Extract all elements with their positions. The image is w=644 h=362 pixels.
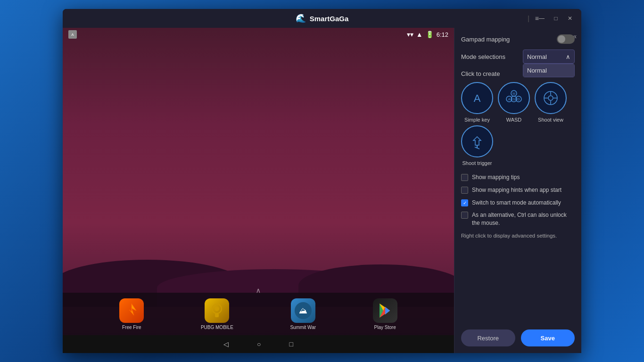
- freefire-label: Free Fire: [122, 325, 141, 330]
- mode-selections-row: Mode selections Normal ∧ Normal: [461, 49, 575, 64]
- create-icons-row: A Simple key W A: [461, 82, 575, 123]
- svg-text:S: S: [513, 98, 515, 101]
- wasd-button[interactable]: W A S D WASD: [498, 82, 530, 123]
- separator: |: [528, 15, 529, 22]
- list-item[interactable]: PUBG MOBILE: [201, 298, 233, 330]
- svg-text:A: A: [508, 98, 511, 101]
- svg-marker-8: [385, 307, 390, 314]
- svg-text:A: A: [474, 92, 481, 104]
- status-right: ▾▾ ▲ 🔋 6:12: [407, 31, 448, 38]
- pubg-icon: [205, 298, 229, 323]
- create-icons-row2: Shoot trigger: [461, 125, 575, 166]
- show-mapping-tips-row[interactable]: Show mapping tips: [461, 173, 575, 181]
- action-buttons: Restore Save: [461, 325, 575, 346]
- signal-icon: ▲: [416, 31, 423, 38]
- window-controls: — □ ✕: [536, 13, 576, 24]
- mode-current-value: Normal: [527, 53, 547, 60]
- shoot-trigger-button[interactable]: Shoot trigger: [461, 125, 493, 166]
- summitwar-icon: ⛰: [291, 298, 315, 323]
- mode-dropdown[interactable]: Normal ∧ Normal: [523, 49, 575, 64]
- mode-selections-label: Mode selections: [461, 53, 505, 60]
- ctrl-unlock-label: As an alternative, Ctrl can also unlock …: [472, 211, 575, 227]
- gampad-mapping-row: Gampad mapping: [461, 34, 575, 44]
- time-display: 6:12: [437, 31, 448, 38]
- main-content: A ▾▾ ▲ 🔋 6:12 ∧: [63, 28, 581, 353]
- shoot-view-icon: [535, 82, 567, 114]
- simple-key-button[interactable]: A Simple key: [461, 82, 493, 123]
- show-mapping-hints-checkbox[interactable]: [461, 187, 468, 194]
- show-mapping-hints-row[interactable]: Show mapping hints when app start: [461, 186, 575, 194]
- mode-dropdown-menu: Normal: [523, 64, 575, 77]
- app-dock: Free Fire PUBG MOBILE: [63, 293, 454, 335]
- wasd-label: WASD: [506, 117, 522, 123]
- simple-key-icon: A: [461, 82, 493, 114]
- gampad-mapping-label: Gampad mapping: [461, 36, 510, 43]
- logo-icon: 🌊: [296, 13, 306, 24]
- shoot-view-label: Shoot view: [538, 117, 563, 123]
- playstore-label: Play Store: [374, 325, 396, 330]
- close-button[interactable]: ✕: [564, 13, 576, 24]
- svg-rect-2: [215, 313, 219, 317]
- svg-text:D: D: [517, 98, 520, 101]
- wifi-icon: ▾▾: [407, 31, 413, 38]
- ctrl-unlock-row[interactable]: As an alternative, Ctrl can also unlock …: [461, 211, 575, 227]
- status-left: A: [68, 30, 77, 39]
- app-title: SmartGaGa: [310, 15, 349, 23]
- smart-mode-checkbox[interactable]: [461, 199, 468, 206]
- ctrl-unlock-checkbox[interactable]: [461, 212, 468, 219]
- toggle-knob: [558, 35, 565, 43]
- playstore-icon: [373, 298, 397, 323]
- smart-mode-label: Switch to smart mode automatically: [472, 199, 561, 207]
- android-screen: A ▾▾ ▲ 🔋 6:12 ∧: [63, 28, 454, 353]
- smart-mode-row[interactable]: Switch to smart mode automatically: [461, 199, 575, 207]
- shoot-trigger-label: Shoot trigger: [462, 160, 492, 166]
- show-mapping-hints-label: Show mapping hints when app start: [472, 186, 561, 194]
- svg-text:⛰: ⛰: [299, 306, 307, 315]
- mode-select-button[interactable]: Normal ∧: [523, 49, 575, 64]
- list-item[interactable]: Play Store: [373, 298, 397, 330]
- svg-point-19: [548, 96, 553, 100]
- side-panel: « Gampad mapping Mode selections Normal …: [454, 28, 581, 353]
- wasd-icon: W A S D: [498, 82, 530, 114]
- android-status-bar: A ▾▾ ▲ 🔋 6:12: [63, 28, 454, 41]
- android-navbar: ◁ ○ □: [63, 335, 454, 353]
- home-button[interactable]: ○: [257, 340, 261, 348]
- freefire-icon: [119, 298, 144, 323]
- list-item[interactable]: ⛰ Summit War: [290, 298, 316, 330]
- gampad-mapping-toggle[interactable]: [557, 34, 575, 44]
- svg-point-1: [215, 306, 219, 311]
- show-mapping-tips-checkbox[interactable]: [461, 174, 468, 181]
- mode-option-normal[interactable]: Normal: [523, 64, 574, 77]
- show-mapping-tips-label: Show mapping tips: [472, 173, 520, 181]
- pubg-label: PUBG MOBILE: [201, 325, 233, 330]
- chevron-up-icon: ∧: [566, 53, 570, 60]
- list-item[interactable]: Free Fire: [119, 298, 144, 330]
- shoot-view-button[interactable]: Shoot view: [535, 82, 567, 123]
- back-button[interactable]: ◁: [223, 340, 229, 348]
- minimize-button[interactable]: —: [536, 13, 547, 24]
- title-bar: 🌊 SmartGaGa | ≡ — □ ✕: [63, 9, 581, 28]
- restore-button[interactable]: Restore: [461, 329, 515, 346]
- summitwar-label: Summit War: [290, 325, 316, 330]
- maximize-button[interactable]: □: [550, 13, 561, 24]
- android-body: ∧ Free Fire: [63, 41, 454, 335]
- svg-text:W: W: [512, 92, 516, 95]
- keyboard-icon: A: [68, 30, 77, 39]
- simple-key-label: Simple key: [464, 117, 490, 123]
- save-button[interactable]: Save: [521, 329, 575, 346]
- battery-icon: 🔋: [426, 31, 434, 38]
- recents-button[interactable]: □: [289, 340, 293, 348]
- shoot-trigger-icon: [461, 125, 493, 157]
- hint-text: Right click to display advanced settings…: [461, 232, 575, 239]
- emulator-window: 🌊 SmartGaGa | ≡ — □ ✕ A ▾▾ ▲ 🔋 6:12: [63, 9, 581, 353]
- app-logo: 🌊 SmartGaGa: [296, 13, 349, 24]
